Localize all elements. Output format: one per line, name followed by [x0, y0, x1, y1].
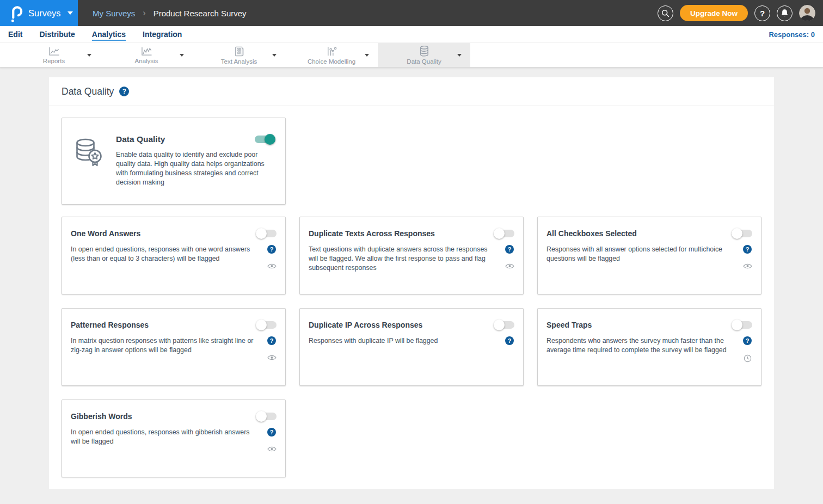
toggle-knob	[494, 228, 505, 239]
help-icon[interactable]: ?	[743, 336, 752, 345]
user-avatar[interactable]	[799, 5, 815, 21]
help-icon[interactable]: ?	[267, 245, 276, 254]
eye-icon[interactable]	[267, 263, 277, 269]
duplicate-texts-toggle[interactable]	[494, 230, 514, 237]
page-title: Data Quality	[62, 86, 114, 97]
panel-body: Data Quality Enable data quality to iden…	[49, 106, 774, 477]
breadcrumb-separator-icon: ›	[143, 8, 145, 18]
card-title: Patterned Responses	[71, 321, 256, 329]
breadcrumb-current-survey: Product Research Survey	[153, 9, 247, 18]
help-icon[interactable]: ?	[119, 87, 129, 96]
toggle-knob	[494, 319, 505, 330]
chevron-down-icon[interactable]	[180, 54, 184, 57]
app-name: Surveys	[28, 8, 61, 19]
duplicate-ip-toggle[interactable]	[494, 321, 514, 329]
topbar-actions: Upgrade Now ?	[658, 5, 823, 21]
toolbar-item-reports[interactable]: Reports	[8, 43, 100, 67]
database-award-icon	[73, 136, 103, 168]
help-button[interactable]: ?	[754, 5, 770, 21]
product-switcher[interactable]: Surveys	[0, 0, 78, 26]
search-button[interactable]	[658, 5, 673, 21]
gibberish-words-toggle[interactable]	[256, 413, 277, 420]
chevron-down-icon	[67, 11, 73, 15]
card-one-word-answers: One Word Answers In open ended questions…	[62, 217, 286, 294]
card-title: All Checkboxes Selected	[546, 229, 732, 238]
bell-icon	[781, 9, 789, 17]
eye-icon[interactable]	[743, 263, 752, 269]
panel-header: Data Quality ?	[49, 77, 774, 106]
toolbar-item-text-analysis[interactable]: Text Analysis	[193, 43, 285, 67]
top-header-bar: Surveys My Surveys › Product Research Su…	[0, 0, 823, 26]
card-description: Responses with all answer options select…	[546, 245, 742, 269]
card-gibberish-words: Gibberish Words In open ended questions,…	[62, 399, 286, 477]
upgrade-now-button[interactable]: Upgrade Now	[680, 5, 748, 21]
avatar-photo	[799, 5, 815, 21]
trend-chart-icon	[140, 46, 153, 57]
card-title: One Word Answers	[71, 229, 256, 238]
card-title: Duplicate Texts Across Responses	[309, 229, 494, 238]
card-description: In open ended questions, responses with …	[71, 245, 267, 269]
help-icon[interactable]: ?	[267, 428, 276, 437]
responses-counter: Responses: 0	[769, 30, 815, 39]
toolbar-item-data-quality[interactable]: Data Quality	[378, 43, 470, 67]
tab-distribute[interactable]: Distribute	[39, 30, 75, 39]
tab-analytics[interactable]: Analytics	[92, 30, 126, 39]
toggle-knob	[256, 228, 267, 239]
card-speed-traps: Speed Traps Respondents who answers the …	[537, 308, 761, 386]
card-title: Gibberish Words	[71, 412, 256, 421]
search-icon	[661, 9, 670, 18]
card-description: Responses with duplicate IP will be flag…	[309, 336, 505, 346]
feature-card-content: Data Quality Enable data quality to iden…	[116, 134, 275, 204]
card-description: In open ended questions, responses with …	[71, 428, 267, 452]
data-quality-toggle[interactable]	[255, 136, 275, 143]
data-quality-feature-card: Data Quality Enable data quality to iden…	[62, 118, 286, 205]
card-patterned-responses: Patterned Responses In matrix question r…	[62, 308, 286, 386]
toggle-knob	[256, 319, 267, 330]
app-screen: Surveys My Surveys › Product Research Su…	[0, 0, 823, 504]
card-description: Text questions with duplicate answers ac…	[309, 245, 505, 273]
all-checkboxes-toggle[interactable]	[732, 230, 752, 237]
newspaper-icon	[234, 46, 245, 57]
toggle-knob	[732, 319, 742, 330]
toggle-knob	[732, 228, 742, 239]
help-icon[interactable]: ?	[505, 245, 514, 254]
tab-integration[interactable]: Integration	[143, 30, 182, 39]
survey-nav-tabs: Edit Distribute Analytics Integration Re…	[0, 26, 823, 42]
card-description: Respondents who answers the survey much …	[546, 336, 742, 362]
scatter-chart-icon	[326, 46, 337, 57]
patterned-responses-toggle[interactable]	[256, 321, 277, 329]
help-icon[interactable]: ?	[267, 336, 276, 345]
questionpro-logo-icon	[9, 4, 23, 22]
eye-icon[interactable]	[267, 354, 277, 361]
tab-edit[interactable]: Edit	[8, 30, 22, 39]
speed-traps-toggle[interactable]	[732, 321, 752, 329]
card-title: Speed Traps	[546, 321, 732, 329]
breadcrumb: My Surveys › Product Research Survey	[93, 8, 247, 18]
data-quality-panel: Data Quality ?	[49, 77, 774, 489]
card-title: Duplicate IP Across Responses	[309, 321, 494, 329]
feature-card-description: Enable data quality to identify and excl…	[116, 150, 271, 187]
feature-card-title: Data Quality	[116, 134, 255, 144]
chevron-down-icon[interactable]	[457, 54, 462, 57]
breadcrumb-my-surveys[interactable]: My Surveys	[93, 9, 135, 18]
card-duplicate-texts: Duplicate Texts Across Responses Text qu…	[299, 217, 524, 294]
one-word-answers-toggle[interactable]	[256, 230, 277, 237]
chevron-down-icon[interactable]	[272, 54, 277, 57]
help-icon[interactable]: ?	[743, 245, 752, 254]
clock-icon[interactable]	[744, 354, 752, 362]
card-duplicate-ip: Duplicate IP Across Responses Responses …	[299, 308, 524, 386]
notifications-button[interactable]	[777, 5, 793, 21]
analytics-toolbar: Reports Analysis Text Analysis	[0, 42, 823, 67]
question-mark-icon: ?	[760, 9, 765, 18]
quality-checks-grid: One Word Answers In open ended questions…	[62, 217, 761, 477]
line-chart-icon	[48, 46, 60, 57]
help-icon[interactable]: ?	[505, 336, 514, 345]
chevron-down-icon[interactable]	[365, 54, 369, 57]
toolbar-item-analysis[interactable]: Analysis	[100, 43, 193, 67]
eye-icon[interactable]	[505, 263, 514, 269]
toolbar-item-choice-modelling[interactable]: Choice Modelling	[285, 43, 378, 67]
chevron-down-icon[interactable]	[87, 54, 91, 57]
eye-icon[interactable]	[267, 446, 277, 452]
card-all-checkboxes-selected: All Checkboxes Selected Responses with a…	[537, 217, 761, 294]
database-icon	[419, 45, 430, 57]
